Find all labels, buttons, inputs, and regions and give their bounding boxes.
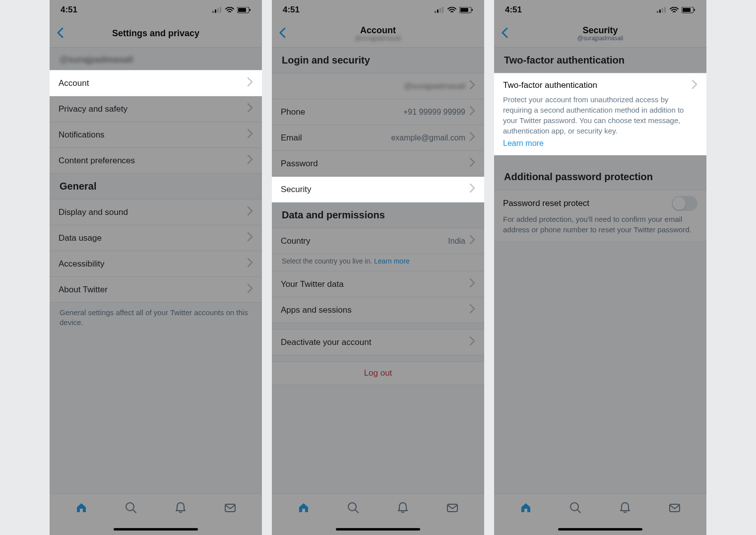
page-title: Settings and privacy xyxy=(112,29,199,39)
row-phone[interactable]: Phone +91 99999 99999 xyxy=(272,99,484,125)
nav-home-icon[interactable] xyxy=(297,501,310,516)
row-password[interactable]: Password xyxy=(272,151,484,177)
status-bar: 4:51 xyxy=(50,0,262,20)
nav-bell-icon[interactable] xyxy=(619,501,631,516)
bottom-nav xyxy=(494,493,706,523)
signal-icon xyxy=(657,7,667,13)
chevron-right-icon xyxy=(247,77,253,89)
row-data-usage[interactable]: Data usage xyxy=(50,225,262,251)
screenshot-security: 4:51 Security @surajpadmasali Two-factor… xyxy=(494,0,706,535)
svg-rect-28 xyxy=(694,9,695,11)
svg-rect-11 xyxy=(435,11,436,13)
svg-rect-21 xyxy=(447,504,457,512)
row-two-factor-auth[interactable]: Two-factor authentication Protect your a… xyxy=(494,73,706,155)
chevron-right-icon xyxy=(469,235,475,247)
back-button[interactable] xyxy=(278,27,288,41)
section-data-header: Data and permissions xyxy=(272,202,484,228)
row-logout[interactable]: Log out xyxy=(272,361,484,385)
row-accessibility[interactable]: Accessibility xyxy=(50,251,262,277)
row-your-twitter-data[interactable]: Your Twitter data xyxy=(272,271,484,297)
prp-toggle[interactable] xyxy=(672,196,697,211)
row-deactivate[interactable]: Deactivate your account xyxy=(272,329,484,355)
row-account[interactable]: Account xyxy=(50,70,262,96)
svg-rect-24 xyxy=(662,8,663,13)
status-time: 4:51 xyxy=(283,5,300,15)
chevron-right-icon xyxy=(469,183,475,196)
tfa-learn-more-link[interactable]: Learn more xyxy=(503,139,544,148)
wifi-icon xyxy=(225,7,234,13)
page-subtitle: @surajpadmasali xyxy=(355,35,401,41)
row-email[interactable]: Email example@gmail.com xyxy=(272,125,484,151)
nav-bell-icon[interactable] xyxy=(174,501,187,516)
svg-rect-0 xyxy=(212,11,214,13)
phone-value: +91 99999 99999 xyxy=(403,108,465,117)
row-apps-sessions[interactable]: Apps and sessions xyxy=(272,297,484,323)
prp-title: Password reset protect xyxy=(503,199,589,208)
chevron-right-icon xyxy=(469,157,475,170)
page-title: Security xyxy=(577,26,624,36)
row-notifications[interactable]: Notifications xyxy=(50,122,262,148)
svg-rect-25 xyxy=(664,7,666,13)
nav-bell-icon[interactable] xyxy=(396,501,409,516)
nav-home-icon[interactable] xyxy=(519,501,532,516)
country-note: Select the country you live in. Learn mo… xyxy=(272,254,484,271)
country-learn-more-link[interactable]: Learn more xyxy=(374,257,410,265)
row-username[interactable]: @surajpadmasali xyxy=(272,73,484,99)
general-footer-note: General settings affect all of your Twit… xyxy=(50,303,262,336)
back-button[interactable] xyxy=(56,27,65,41)
battery-icon xyxy=(459,7,473,13)
chevron-right-icon xyxy=(247,206,253,218)
status-icons xyxy=(212,7,251,13)
back-button[interactable] xyxy=(500,27,510,41)
chevron-right-icon xyxy=(247,129,253,141)
username-value: @surajpadmasali xyxy=(404,82,465,91)
row-content-preferences[interactable]: Content preferences xyxy=(50,148,262,174)
country-value: India xyxy=(448,237,465,246)
chevron-right-icon xyxy=(247,103,253,115)
svg-rect-3 xyxy=(220,7,221,13)
svg-rect-13 xyxy=(440,8,441,13)
nav-search-icon[interactable] xyxy=(125,501,137,516)
nav-mail-icon[interactable] xyxy=(668,501,681,516)
security-content: Two-factor authentication Two-factor aut… xyxy=(494,48,706,493)
chevron-right-icon xyxy=(469,80,475,92)
svg-rect-17 xyxy=(472,9,473,11)
nav-home-icon[interactable] xyxy=(75,501,88,516)
svg-rect-6 xyxy=(250,9,251,11)
row-display-sound[interactable]: Display and sound xyxy=(50,199,262,225)
row-security[interactable]: Security xyxy=(272,177,484,202)
nav-search-icon[interactable] xyxy=(569,501,582,516)
chevron-right-icon xyxy=(469,132,475,144)
svg-rect-7 xyxy=(80,509,83,512)
wifi-icon xyxy=(670,7,679,13)
tfa-description: Protect your account from unauthorized a… xyxy=(503,94,697,136)
row-country[interactable]: Country India xyxy=(272,228,484,254)
section-tfa-header: Two-factor authentication xyxy=(494,48,706,73)
chevron-right-icon xyxy=(469,336,475,348)
page-title: Account xyxy=(355,26,401,36)
chevron-right-icon xyxy=(469,304,475,316)
svg-rect-2 xyxy=(217,8,219,13)
row-privacy-safety[interactable]: Privacy and safety xyxy=(50,96,262,122)
section-general-header: General xyxy=(50,174,262,199)
chevron-right-icon xyxy=(247,283,253,296)
wifi-icon xyxy=(447,7,456,13)
home-indicator[interactable] xyxy=(494,523,706,535)
header: Account @surajpadmasali xyxy=(272,20,484,48)
svg-rect-27 xyxy=(683,8,691,12)
svg-rect-22 xyxy=(657,11,658,13)
row-about-twitter[interactable]: About Twitter xyxy=(50,277,262,303)
svg-rect-16 xyxy=(460,8,468,12)
status-bar: 4:51 xyxy=(272,0,484,20)
home-indicator[interactable] xyxy=(272,523,484,535)
signal-icon xyxy=(435,7,444,13)
svg-rect-29 xyxy=(524,509,527,512)
status-bar: 4:51 xyxy=(494,0,706,20)
home-indicator[interactable] xyxy=(50,523,262,535)
prp-description: For added protection, you'll need to con… xyxy=(503,214,697,235)
nav-mail-icon[interactable] xyxy=(224,501,237,516)
svg-rect-1 xyxy=(215,9,216,13)
nav-search-icon[interactable] xyxy=(347,501,360,516)
svg-rect-23 xyxy=(659,9,661,13)
nav-mail-icon[interactable] xyxy=(446,501,459,516)
